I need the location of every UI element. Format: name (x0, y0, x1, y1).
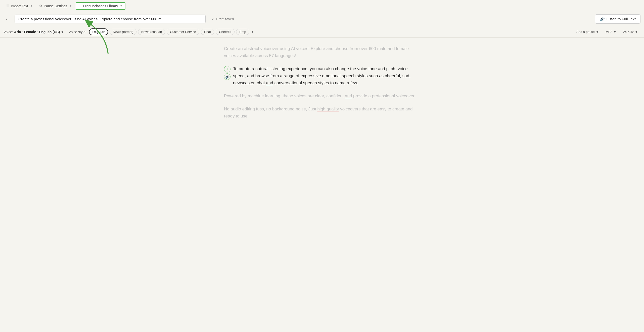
khz-button[interactable]: 24 KHz ▼ (620, 29, 640, 35)
voice-label: Voice: Aria · Female · English (US) ▼ (4, 30, 64, 34)
and-underline-1: and (266, 80, 273, 85)
pause-dropdown-arrow: ▼ (596, 30, 599, 34)
paragraph-4: No audio editing fuss, no background noi… (224, 106, 420, 120)
pronunciations-icon: ⊞ (79, 4, 81, 8)
play-paragraph-button[interactable]: 🔊 (224, 73, 231, 80)
style-tab-cheerful[interactable]: Cheerful (216, 29, 235, 35)
settings-icon: ⚙ (39, 4, 42, 8)
check-icon: ✓ (211, 17, 214, 21)
pronunciations-dropdown-arrow: ▼ (120, 5, 122, 7)
listen-full-text-button[interactable]: 🔊 Listen to Full Text (595, 14, 640, 24)
draft-saved-indicator: ✓ Draft saved (211, 17, 234, 21)
paragraph-2-text: To create a natural listening experience… (233, 65, 420, 87)
high-quality-underline: high quality (317, 107, 339, 111)
khz-dropdown-arrow: ▼ (635, 30, 638, 34)
style-tab-regular[interactable]: Regular (89, 28, 108, 35)
text-input[interactable] (15, 15, 206, 23)
speaker-icon: 🔊 (600, 17, 605, 21)
paragraph-2-controls: + 🔊 (224, 65, 231, 80)
paragraph-3: Powered by machine learning, these voice… (224, 93, 420, 100)
style-tab-news-formal[interactable]: News (formal) (110, 29, 136, 35)
back-button[interactable]: ← (4, 15, 12, 23)
format-dropdown-arrow: ▼ (613, 30, 617, 34)
more-styles-button[interactable]: › (251, 29, 254, 35)
add-pause-button[interactable]: Add a pause ▼ (574, 29, 602, 35)
voice-style-row: Voice: Aria · Female · English (US) ▼ Vo… (0, 26, 644, 38)
add-paragraph-button[interactable]: + (224, 66, 231, 72)
style-label: Voice style: (69, 30, 86, 34)
import-icon: ☰ (6, 4, 9, 8)
import-dropdown-arrow: ▼ (30, 5, 33, 7)
style-tab-news-casual[interactable]: News (casual) (138, 29, 165, 35)
searchbar-row: ← ✓ Draft saved 🔊 Listen to Full Text (0, 12, 644, 26)
voice-name: Aria · Female · English (US) (14, 30, 60, 34)
pronunciations-library-button[interactable]: ⊞ Pronunciations Library ▼ (76, 2, 125, 10)
pause-settings-button[interactable]: ⚙ Pause Settings ▼ (36, 3, 75, 10)
style-tab-emp[interactable]: Emp (236, 29, 249, 35)
import-text-button[interactable]: ☰ Import Text ▼ (4, 3, 35, 10)
format-button[interactable]: MP3 ▼ (603, 29, 619, 35)
paragraph-2-row: + 🔊 To create a natural listening experi… (224, 65, 420, 87)
content-area: Create an abstract voiceover using AI vo… (209, 38, 435, 332)
paragraph-1: Create an abstract voiceover using AI vo… (224, 45, 420, 59)
voice-dropdown-button[interactable]: ▼ (61, 30, 64, 34)
style-tab-chat[interactable]: Chat (201, 29, 214, 35)
style-tab-customer-service[interactable]: Customer Service (167, 29, 199, 35)
and-underline-2: and (345, 94, 352, 98)
toolbar: ☰ Import Text ▼ ⚙ Pause Settings ▼ ⊞ Pro… (0, 0, 644, 12)
pause-dropdown-arrow: ▼ (69, 5, 72, 7)
